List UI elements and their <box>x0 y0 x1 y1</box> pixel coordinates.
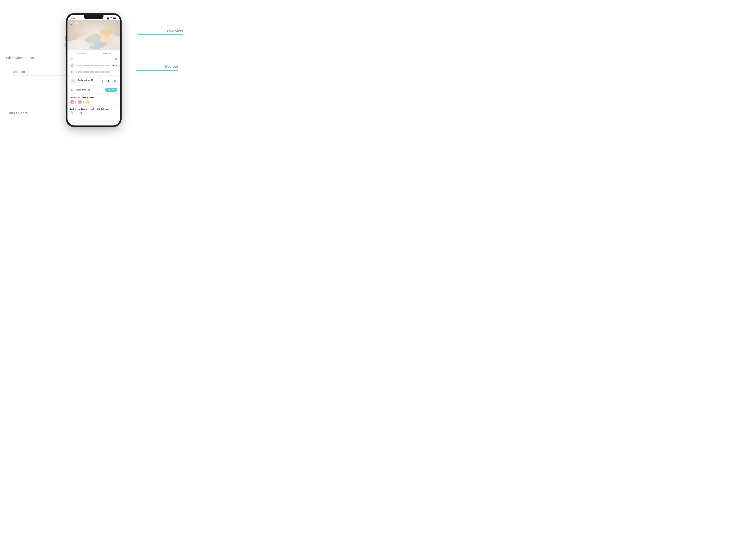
music-title: Rachmaninov 32 <box>78 79 99 81</box>
wifi-status-icon <box>110 17 113 19</box>
status-time: 3:36 <box>71 17 75 20</box>
wifi-row <box>67 56 120 62</box>
svg-point-10 <box>99 35 101 39</box>
svg-point-18 <box>98 42 115 46</box>
phone-frame: 3:36 ▌▌ <box>66 13 121 127</box>
cvr-icon-1 <box>70 111 74 115</box>
playlist-button[interactable] <box>113 79 117 83</box>
nav-status: Live <box>71 24 78 25</box>
nav-back-button[interactable] <box>70 22 71 25</box>
sound-sensor-icon <box>70 63 75 68</box>
page-container: Live view WiFi Connection Decibel Motion… <box>0 0 188 140</box>
home-bar <box>86 118 102 118</box>
cvr-item-2: -- <box>79 111 85 115</box>
cry-count: 2 <box>75 101 76 103</box>
music-duration: 00:30:00 <box>78 81 99 83</box>
svg-point-23 <box>73 80 74 81</box>
gear-icon[interactable] <box>115 58 117 61</box>
events-section: You have 11 Events today <box>67 95 120 105</box>
events-title: You have 11 Events today <box>70 96 117 99</box>
motion-level-bar <box>76 71 110 73</box>
try-care-button[interactable]: Try Care <box>105 88 117 92</box>
svg-point-46 <box>81 112 82 113</box>
motion-count: 3 <box>91 101 92 103</box>
motion-badge <box>86 100 90 104</box>
music-avatar <box>70 78 76 84</box>
svg-point-20 <box>72 72 73 72</box>
wifi-icon <box>70 58 73 61</box>
svg-point-27 <box>115 81 116 82</box>
motion-sensor-icon <box>70 70 75 74</box>
volume-up-button[interactable] <box>65 36 66 41</box>
cvr-title: Each moment is a present. Get 24/7 CVR n… <box>70 108 117 110</box>
sound-sensor-row: 26 dB <box>67 62 120 69</box>
svg-point-42 <box>88 101 88 102</box>
nav-status-dot <box>71 24 72 25</box>
volume-button[interactable] <box>100 79 105 83</box>
motion-sensor-row <box>67 69 120 75</box>
svg-point-41 <box>87 102 88 102</box>
svg-rect-31 <box>72 90 73 91</box>
sleep-tracking-row: Z z Sleep Tracking Try Care <box>67 86 120 93</box>
tab-dashboard-label: Dashboard <box>75 52 86 55</box>
cvr-row: -- -- <box>70 111 117 115</box>
tab-timeline-label: Timeline <box>103 52 111 55</box>
svg-point-43 <box>71 112 73 114</box>
live-view: Lollipop Live <box>67 20 120 51</box>
nav-brand-label: Lollipop <box>71 22 78 24</box>
svg-point-35 <box>72 102 72 102</box>
tabs-bar: Dashboard Timeline <box>67 51 120 56</box>
svg-point-45 <box>80 113 81 113</box>
cvr-value-1: -- <box>75 112 76 114</box>
svg-point-11 <box>106 37 107 38</box>
volume-down-button[interactable] <box>65 42 66 47</box>
signal-icon: ▌▌ <box>107 18 109 19</box>
svg-rect-30 <box>71 89 72 91</box>
nav-status-text: Live <box>73 24 76 25</box>
cvr-item-1: -- <box>70 111 76 115</box>
battery-icon <box>113 17 116 19</box>
music-info: Rachmaninov 32 00:30:00 <box>78 79 99 83</box>
phone-screen: 3:36 ▌▌ <box>67 15 120 125</box>
sound-count: 6 <box>83 101 84 103</box>
nav-title: Lollipop Live <box>71 22 78 25</box>
sleep-icon: Z z <box>70 87 74 92</box>
phone-notch <box>84 15 103 19</box>
event-item-cry[interactable]: 2 <box>70 100 76 104</box>
svg-point-21 <box>73 71 73 72</box>
power-button[interactable] <box>121 39 122 47</box>
cvr-value-2: -- <box>83 112 85 114</box>
cvr-icon-2 <box>79 111 82 115</box>
svg-point-9 <box>100 29 113 35</box>
event-item-motion[interactable]: 3 <box>86 100 92 104</box>
nav-header: Lollipop Live <box>67 20 120 26</box>
events-row: 2 6 <box>70 100 117 104</box>
svg-rect-29 <box>71 90 71 91</box>
tab-timeline[interactable]: Timeline <box>94 51 120 56</box>
status-icons: ▌▌ <box>107 17 116 19</box>
sleep-label: Sleep Tracking <box>76 88 103 91</box>
cry-badge <box>70 100 74 104</box>
play-button[interactable] <box>106 79 111 83</box>
svg-point-36 <box>72 102 73 102</box>
tab-dashboard[interactable]: Dashboard <box>67 51 94 56</box>
svg-text:z: z <box>74 87 74 88</box>
svg-rect-1 <box>113 18 116 19</box>
event-item-sound[interactable]: 6 <box>78 100 84 104</box>
decibel-label: 26 dB <box>111 64 117 67</box>
cvr-section: Each moment is a present. Get 24/7 CVR n… <box>67 106 120 116</box>
sound-level-bar <box>76 64 110 67</box>
music-controls <box>100 79 117 83</box>
svg-point-38 <box>80 102 80 102</box>
home-indicator[interactable] <box>67 116 120 120</box>
music-row: Rachmaninov 32 00:30:00 <box>67 77 120 86</box>
sound-badge <box>78 100 82 104</box>
